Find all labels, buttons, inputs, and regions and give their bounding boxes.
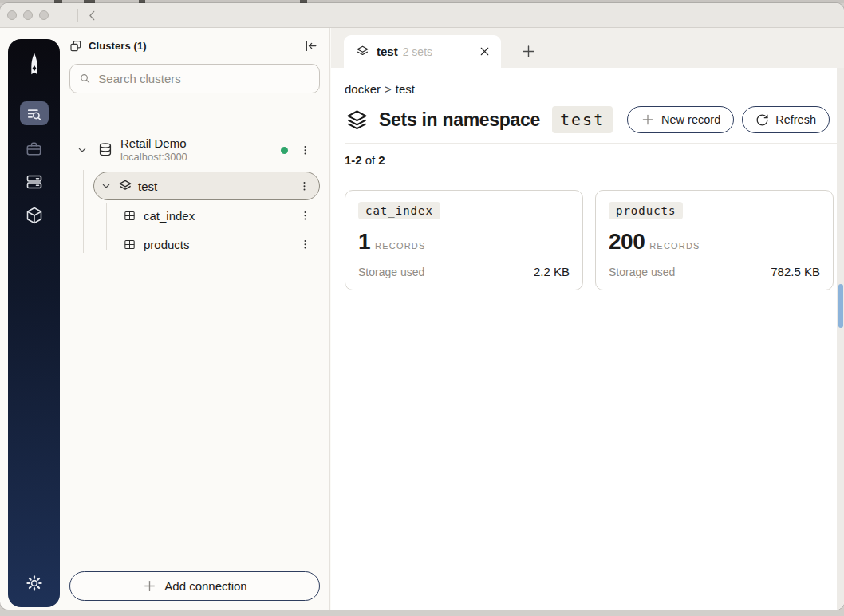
refresh-button[interactable]: Refresh <box>742 106 830 133</box>
nav-rail <box>8 39 60 607</box>
briefcase-icon <box>25 140 43 158</box>
record-count: 1 <box>358 229 370 255</box>
kebab-menu-icon[interactable] <box>298 180 311 193</box>
database-icon <box>97 141 114 159</box>
nav-servers[interactable] <box>20 172 49 192</box>
titlebar-divider <box>77 9 78 22</box>
namespace-view: docker>test Sets in namespace test New r… <box>331 82 844 290</box>
refresh-icon <box>755 113 769 127</box>
search-clusters-input[interactable] <box>98 72 311 85</box>
window-close-button[interactable] <box>7 10 17 20</box>
kebab-menu-icon[interactable] <box>298 144 312 157</box>
records-label: RECORDS <box>649 241 700 251</box>
result-of: of <box>365 153 376 167</box>
nav-query-browser[interactable] <box>20 101 49 125</box>
query-browser-icon <box>25 105 43 123</box>
set-name-badge: cat_index <box>358 202 440 219</box>
gear-icon <box>25 574 44 593</box>
layers-icon <box>355 44 370 59</box>
aerospike-rocket-logo-icon <box>24 52 45 84</box>
tree-row-cluster[interactable]: Retail Demo localhost:3000 <box>60 132 329 168</box>
search-icon <box>78 71 92 86</box>
storage-used-label: Storage used <box>609 266 675 278</box>
result-count: 1-2 of 2 <box>345 144 844 176</box>
new-record-button[interactable]: New record <box>627 106 734 133</box>
clusters-panel: Clusters (1) Retail Demo localhost:3000 <box>60 28 330 610</box>
breadcrumb: docker>test <box>345 82 844 96</box>
search-clusters-box <box>69 64 320 93</box>
cluster-tree: Retail Demo localhost:3000 test cat_inde… <box>60 132 329 258</box>
namespace-badge: test <box>552 106 613 133</box>
tree-row-namespace-selected[interactable]: test <box>93 172 320 200</box>
records-label: RECORDS <box>375 241 425 251</box>
set-name: products <box>144 238 190 251</box>
cluster-host: localhost:3000 <box>120 151 187 164</box>
tree-row-set[interactable]: cat_index <box>60 202 329 229</box>
scrollbar-track[interactable] <box>837 68 844 610</box>
chevron-down-icon[interactable] <box>76 144 89 156</box>
titlebar <box>0 3 844 28</box>
nav-connections[interactable] <box>20 138 49 159</box>
table-grid-icon <box>123 209 136 223</box>
refresh-label: Refresh <box>775 113 816 126</box>
divider <box>345 176 837 176</box>
window-maximize-button[interactable] <box>39 10 49 20</box>
page-title: Sets in namespace <box>379 109 540 131</box>
chevron-down-icon[interactable] <box>100 180 112 192</box>
kebab-menu-icon[interactable] <box>298 209 312 223</box>
app-window: Clusters (1) Retail Demo localhost:3000 <box>0 3 844 610</box>
table-grid-icon <box>123 238 136 251</box>
kebab-menu-icon[interactable] <box>298 238 312 251</box>
tab-title: test <box>377 45 398 58</box>
add-connection-label: Add connection <box>164 579 246 593</box>
tab-bar: test 2 sets <box>331 28 844 68</box>
breadcrumb-cluster[interactable]: docker <box>345 82 381 96</box>
back-icon[interactable] <box>85 8 101 23</box>
new-record-label: New record <box>661 113 720 126</box>
tree-indent-guide <box>106 203 107 250</box>
servers-icon <box>25 172 44 192</box>
record-count: 200 <box>609 229 645 255</box>
tree-indent-guide <box>83 170 84 253</box>
status-dot <box>281 147 288 154</box>
set-card-products[interactable]: products 200 RECORDS Storage used 782.5 … <box>595 190 834 290</box>
storage-used-value: 2.2 KB <box>534 265 570 278</box>
namespace-name: test <box>138 180 157 193</box>
tab-test[interactable]: test 2 sets <box>344 35 501 68</box>
nav-settings[interactable] <box>25 574 44 593</box>
tree-row-set[interactable]: products <box>60 231 329 258</box>
set-name-badge: products <box>609 202 683 219</box>
cluster-name: Retail Demo <box>120 136 187 152</box>
clusters-icon <box>69 39 83 53</box>
cube-icon <box>25 206 44 225</box>
set-card-cat-index[interactable]: cat_index 1 RECORDS Storage used 2.2 KB <box>345 190 583 290</box>
collapse-sidebar-icon[interactable] <box>303 38 318 53</box>
layers-icon <box>117 178 133 194</box>
scrollbar-thumb[interactable] <box>838 284 843 328</box>
plus-icon <box>142 578 157 594</box>
main-area: test 2 sets docker>test Sets in namespac… <box>331 28 844 610</box>
close-tab-icon[interactable] <box>478 45 491 58</box>
result-range: 1-2 <box>345 153 362 167</box>
breadcrumb-namespace[interactable]: test <box>396 82 415 96</box>
window-minimize-button[interactable] <box>23 10 33 20</box>
tab-meta: 2 sets <box>403 45 432 58</box>
new-tab-icon[interactable] <box>520 43 537 60</box>
nav-packages[interactable] <box>20 205 49 226</box>
breadcrumb-separator: > <box>385 82 392 96</box>
plus-icon <box>641 113 655 127</box>
clusters-panel-title: Clusters (1) <box>89 40 147 52</box>
set-cards: cat_index 1 RECORDS Storage used 2.2 KB … <box>345 190 844 290</box>
add-connection-button[interactable]: Add connection <box>69 571 320 601</box>
storage-used-value: 782.5 KB <box>771 265 820 278</box>
result-total: 2 <box>378 153 385 167</box>
layers-icon <box>345 108 369 132</box>
set-name: cat_index <box>144 209 195 223</box>
storage-used-label: Storage used <box>358 266 424 278</box>
